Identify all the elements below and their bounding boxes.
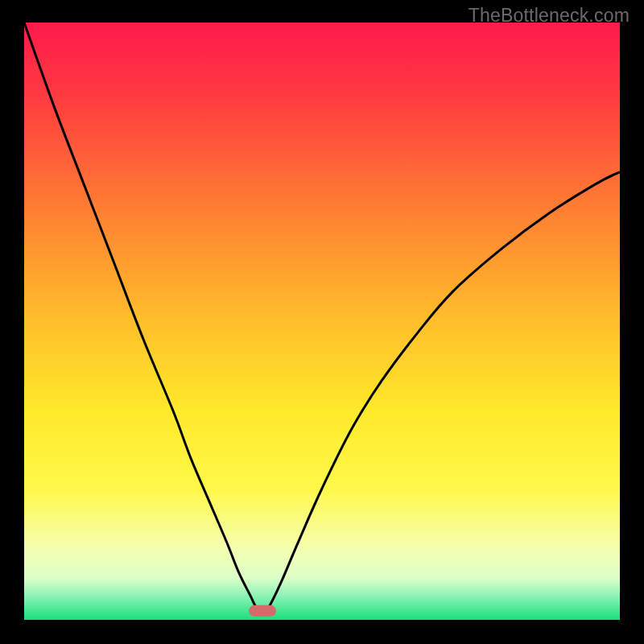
bottleneck-curve [24,23,620,613]
chart-plot [24,23,620,620]
chart-frame [24,23,620,620]
min-marker [249,605,276,617]
watermark-text: TheBottleneck.com [469,5,630,27]
